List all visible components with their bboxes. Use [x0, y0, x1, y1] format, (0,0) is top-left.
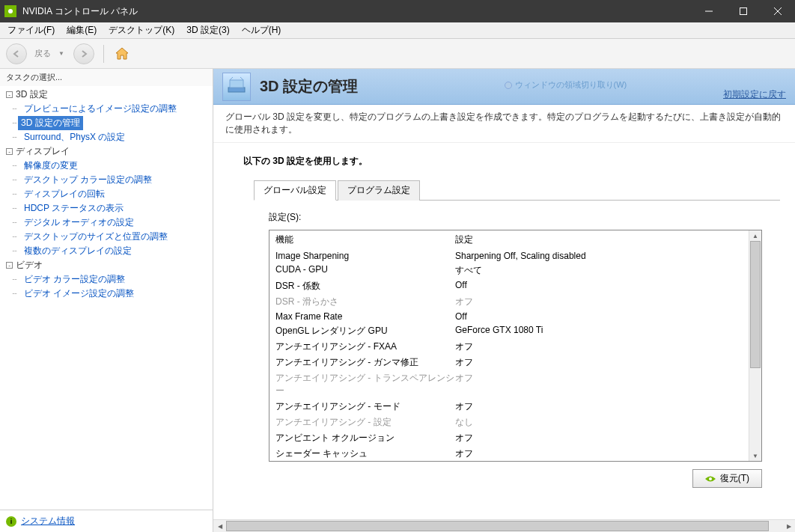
- svg-line-7: [230, 77, 233, 80]
- tree-expand-icon[interactable]: -: [6, 91, 13, 98]
- settings-heading: 以下の 3D 設定を使用します。: [243, 155, 780, 168]
- tree-item[interactable]: Surround、PhysX の設定: [18, 130, 213, 144]
- menu-file[interactable]: ファイル(F): [3, 22, 59, 38]
- settings-row[interactable]: アンチエイリアシング - FXAAオフ: [269, 339, 749, 355]
- close-button[interactable]: [761, 0, 795, 22]
- menu-edit[interactable]: 編集(E): [62, 22, 101, 38]
- restore-defaults-link-wrap: 初期設定に戻す: [723, 88, 786, 101]
- settings-row[interactable]: DSR - 滑らかさオフ: [269, 294, 749, 310]
- setting-feature: アンチエイリアシング - FXAA: [275, 340, 455, 353]
- scroll-thumb[interactable]: [750, 241, 761, 368]
- tree-item[interactable]: プレビューによるイメージ設定の調整: [18, 102, 213, 116]
- setting-feature: DSR - 係数: [275, 280, 455, 293]
- back-label: 戻る: [34, 48, 51, 59]
- tree-item[interactable]: ディスプレイの回転: [18, 187, 213, 201]
- task-select-label: タスクの選択...: [0, 69, 213, 86]
- settings-row[interactable]: Image SharpeningSharpening Off, Scaling …: [269, 249, 749, 263]
- tree-expand-icon[interactable]: -: [6, 262, 13, 269]
- nvidia-eye-icon: [705, 475, 716, 483]
- page-description: グローバル 3D 設定を変更し、特定のプログラムの上書き設定を作成できます。特定…: [213, 105, 795, 143]
- nav-tree: -3D 設定プレビューによるイメージ設定の調整3D 設定の管理Surround、…: [0, 86, 213, 510]
- settings-row[interactable]: アンチエイリアシング - ガンマ修正オフ: [269, 355, 749, 370]
- setting-value: オフ: [455, 447, 473, 460]
- setting-feature: アンチエイリアシング - 設定: [275, 416, 455, 429]
- menu-desktop[interactable]: デスクトップ(K): [104, 22, 179, 38]
- settings-body: 設定(S): 機能 設定 Image SharpeningSharpening …: [243, 201, 780, 498]
- setting-feature: アンチエイリアシング - モード: [275, 400, 455, 413]
- nvidia-logo-icon: [4, 5, 16, 17]
- svg-line-8: [240, 77, 243, 80]
- h-scroll-right-icon[interactable]: ▶: [782, 520, 795, 532]
- system-info-link[interactable]: システム情報: [21, 515, 75, 528]
- restore-defaults-link[interactable]: 初期設定に戻す: [723, 89, 786, 100]
- content-h-scrollbar[interactable]: ◀ ▶: [213, 519, 795, 532]
- setting-feature: Max Frame Rate: [275, 311, 455, 322]
- window-buttons: [692, 0, 795, 22]
- toolbar: 戻る ▼: [0, 39, 795, 69]
- svg-rect-6: [230, 80, 243, 88]
- settings-table: 機能 設定 Image SharpeningSharpening Off, Sc…: [269, 230, 762, 462]
- settings-row[interactable]: Max Frame RateOff: [269, 310, 749, 323]
- svg-rect-2: [740, 8, 747, 15]
- tab-global[interactable]: グローバル設定: [254, 180, 336, 201]
- tree-group-label: ビデオ: [16, 259, 43, 272]
- menu-help[interactable]: ヘルプ(H): [237, 22, 286, 38]
- sidebar: タスクの選択... -3D 設定プレビューによるイメージ設定の調整3D 設定の管…: [0, 69, 213, 532]
- svg-rect-5: [228, 88, 245, 92]
- menu-3d[interactable]: 3D 設定(3): [182, 22, 234, 38]
- tree-item[interactable]: デスクトップ カラー設定の調整: [18, 173, 213, 187]
- setting-value: オフ: [455, 400, 473, 413]
- setting-value: オフ: [455, 356, 473, 369]
- setting-value: GeForce GTX 1080 Ti: [455, 325, 543, 337]
- tree-group-label: 3D 設定: [16, 88, 48, 101]
- tree-item[interactable]: 3D 設定の管理: [18, 116, 83, 130]
- settings-row[interactable]: アンチエイリアシング - トランスペアレンシーオフ: [269, 370, 749, 399]
- scroll-up-icon[interactable]: ▲: [749, 230, 761, 241]
- tree-group-toggle[interactable]: -ビデオ: [6, 258, 213, 272]
- settings-row[interactable]: シェーダー キャッシュオフ: [269, 446, 749, 461]
- setting-value: なし: [455, 416, 473, 429]
- setting-feature: アンチエイリアシング - トランスペアレンシー: [275, 372, 455, 397]
- tree-group-toggle[interactable]: -ディスプレイ: [6, 144, 213, 159]
- tree-group-toggle[interactable]: -3D 設定: [6, 88, 213, 102]
- back-dropdown-icon[interactable]: ▼: [58, 50, 64, 57]
- tree-item[interactable]: 複数のディスプレイの設定: [18, 244, 213, 258]
- toolbar-separator: [103, 45, 104, 63]
- settings-row[interactable]: DSR - 係数Off: [269, 278, 749, 294]
- tree-expand-icon[interactable]: -: [6, 148, 13, 155]
- settings-row[interactable]: アンチエイリアシング - 設定なし: [269, 415, 749, 430]
- settings-sub-label: 設定(S):: [269, 211, 762, 224]
- settings-table-header: 機能 設定: [269, 230, 749, 249]
- setting-value: オフ: [455, 372, 473, 397]
- back-button[interactable]: [6, 43, 27, 64]
- settings-row[interactable]: CUDA - GPUすべて: [269, 263, 749, 278]
- tree-item[interactable]: ビデオ イメージ設定の調整: [18, 287, 213, 301]
- tree-item[interactable]: HDCP ステータスの表示: [18, 201, 213, 215]
- restore-button[interactable]: 復元(T): [692, 469, 762, 488]
- tree-item[interactable]: ビデオ カラー設定の調整: [18, 272, 213, 287]
- settings-row[interactable]: OpenGL レンダリング GPUGeForce GTX 1080 Ti: [269, 323, 749, 339]
- scroll-down-icon[interactable]: ▼: [749, 450, 761, 461]
- minimize-button[interactable]: [692, 0, 726, 22]
- tree-item[interactable]: デジタル オーディオの設定: [18, 215, 213, 230]
- settings-row[interactable]: アンビエント オクルージョンオフ: [269, 430, 749, 446]
- setting-value: Off: [455, 280, 467, 293]
- forward-button[interactable]: [73, 43, 94, 64]
- h-scroll-left-icon[interactable]: ◀: [213, 520, 226, 532]
- h-scroll-thumb[interactable]: [226, 521, 769, 531]
- setting-value: Sharpening Off, Scaling disabled: [455, 251, 586, 261]
- setting-feature: シェーダー キャッシュ: [275, 447, 455, 460]
- window-title: NVIDIA コントロール パネル: [22, 5, 692, 18]
- settings-scrollbar[interactable]: ▲ ▼: [749, 230, 761, 461]
- svg-point-0: [8, 9, 13, 13]
- setting-feature: OpenGL レンダリング GPU: [275, 325, 455, 337]
- svg-point-9: [709, 477, 712, 480]
- col-setting: 設定: [455, 233, 473, 246]
- settings-row[interactable]: アンチエイリアシング - モードオフ: [269, 399, 749, 415]
- tree-item[interactable]: デスクトップのサイズと位置の調整: [18, 230, 213, 244]
- tab-program[interactable]: プログラム設定: [338, 180, 420, 201]
- tree-item[interactable]: 解像度の変更: [18, 159, 213, 173]
- setting-feature: Image Sharpening: [275, 251, 455, 261]
- home-button[interactable]: [113, 45, 131, 63]
- maximize-button[interactable]: [726, 0, 761, 22]
